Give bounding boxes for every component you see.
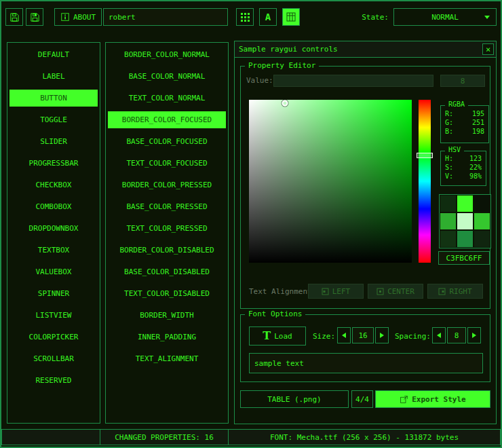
- controls-list-item[interactable]: DROPDOWNBOX: [9, 220, 98, 237]
- hue-slider-cursor[interactable]: [417, 153, 433, 158]
- state-dropdown-value: NORMAL: [431, 13, 459, 22]
- state-dropdown[interactable]: NORMAL: [393, 8, 497, 26]
- controls-list-item[interactable]: LABEL: [9, 68, 98, 85]
- style-name-input[interactable]: [103, 8, 228, 26]
- controls-list-item[interactable]: LISTVIEW: [9, 307, 98, 324]
- palette-swatch[interactable]: [457, 195, 473, 212]
- color-palette-grid: [439, 194, 491, 248]
- align-center-button: CENTER: [368, 284, 423, 299]
- properties-list-item[interactable]: TEXT_COLOR_PRESSED: [108, 220, 226, 237]
- font-options-group-label: Font Options: [245, 310, 305, 318]
- font-load-button[interactable]: T Load: [249, 326, 306, 346]
- dropdown-arrow-icon: [484, 16, 490, 19]
- properties-list-item[interactable]: TEXT_COLOR_NORMAL: [108, 90, 226, 107]
- info-icon: [60, 12, 70, 22]
- status-font-info: FONT: Mecha.ttf (256 x 256) - 131872 byt…: [228, 429, 501, 445]
- grid-view-button[interactable]: [236, 8, 254, 26]
- palette-swatch[interactable]: [474, 231, 490, 247]
- controls-list-item[interactable]: COMBOBOX: [9, 198, 98, 215]
- properties-list-item[interactable]: TEXT_ALIGNMENT: [108, 350, 226, 367]
- controls-list-item[interactable]: RESERVED: [9, 372, 98, 389]
- rgba-group-label: RGBA: [445, 100, 468, 108]
- palette-swatch[interactable]: [457, 213, 473, 229]
- size-label: Size:: [313, 332, 335, 341]
- export-format-dropdown[interactable]: TABLE (.png): [240, 390, 349, 408]
- color-picker-cursor[interactable]: [282, 100, 288, 106]
- property-editor-group-label: Property Editor: [245, 61, 319, 70]
- rgba-group: RGBA R:195 G:251 B:198: [440, 105, 489, 143]
- properties-list-item[interactable]: BASE_COLOR_FOCUSED: [108, 133, 226, 150]
- palette-swatch[interactable]: [440, 231, 456, 247]
- size-value-box[interactable]: 16: [352, 327, 374, 343]
- left-arrow-icon: [342, 333, 346, 338]
- align-left-label: LEFT: [332, 287, 351, 296]
- align-right-button: RIGHT: [427, 284, 483, 299]
- palette-swatch[interactable]: [440, 195, 456, 212]
- right-arrow-icon: [472, 333, 476, 338]
- load-style-button[interactable]: [5, 8, 23, 26]
- hue-value: 123: [469, 155, 482, 162]
- palette-swatch[interactable]: [457, 231, 473, 247]
- properties-list-item[interactable]: BORDER_COLOR_PRESSED: [108, 176, 226, 193]
- hsv-sat-row: S:22%: [441, 163, 486, 172]
- sample-controls-window: Sample raygui controls × Property Editor…: [234, 41, 497, 424]
- controls-list-item[interactable]: PROGRESSBAR: [9, 155, 98, 172]
- font-view-button[interactable]: A: [259, 8, 277, 26]
- color-picker-area[interactable]: [249, 100, 412, 263]
- properties-list-item[interactable]: BORDER_COLOR_NORMAL: [108, 46, 226, 63]
- controls-list-item[interactable]: SLIDER: [9, 133, 98, 150]
- controls-list-item[interactable]: SCROLLBAR: [9, 350, 98, 367]
- controls-list-item[interactable]: SPINNER: [9, 285, 98, 302]
- hue-slider[interactable]: [419, 100, 431, 263]
- controls-list-item-selected[interactable]: BUTTON: [9, 90, 98, 107]
- saturation-value: 22%: [469, 164, 482, 171]
- right-arrow-icon: [380, 333, 384, 338]
- properties-list-item[interactable]: BASE_COLOR_PRESSED: [108, 198, 226, 215]
- properties-list-item[interactable]: BASE_COLOR_DISABLED: [108, 263, 226, 280]
- left-arrow-icon: [437, 333, 441, 338]
- palette-swatch[interactable]: [474, 213, 490, 229]
- about-button[interactable]: ABOUT: [54, 8, 102, 26]
- about-button-label: ABOUT: [73, 13, 96, 22]
- text-alignment-label: Text Alignment: [249, 287, 312, 296]
- rgba-green-row: G:251: [441, 118, 488, 127]
- rguistyler-window: ABOUT A State: NORMAL DEFAULT LABEL BUTT…: [0, 0, 502, 448]
- controls-list-item[interactable]: COLORPICKER: [9, 329, 98, 346]
- spacing-increase-button[interactable]: [467, 327, 481, 343]
- properties-list-item[interactable]: BORDER_COLOR_DISABLED: [108, 242, 226, 259]
- controls-list: DEFAULT LABEL BUTTON TOGGLE SLIDER PROGR…: [7, 42, 100, 424]
- table-view-button[interactable]: [282, 8, 300, 26]
- spacing-decrease-button[interactable]: [432, 327, 446, 343]
- controls-list-item[interactable]: DEFAULT: [9, 46, 98, 63]
- palette-swatch[interactable]: [440, 213, 456, 229]
- close-button[interactable]: ×: [482, 43, 494, 55]
- align-right-label: RIGHT: [449, 287, 471, 296]
- font-options-group: Font Options T Load Size: 16 Spacing: 8: [240, 314, 490, 382]
- property-editor-group: Property Editor Value: 8 RGBA R:195 G:25…: [240, 66, 490, 309]
- sample-text-input[interactable]: [249, 353, 483, 373]
- properties-list-item[interactable]: BORDER_WIDTH: [108, 307, 226, 324]
- properties-list-item[interactable]: BASE_COLOR_NORMAL: [108, 68, 226, 85]
- properties-list-item[interactable]: INNER_PADDING: [108, 329, 226, 346]
- hex-color-input[interactable]: C3FBC6FF: [438, 251, 490, 265]
- palette-swatch[interactable]: [474, 195, 490, 212]
- properties-list-item[interactable]: TEXT_COLOR_DISABLED: [108, 285, 226, 302]
- save-style-button[interactable]: [26, 8, 43, 26]
- size-increase-button[interactable]: [375, 327, 389, 343]
- controls-list-item[interactable]: TEXTBOX: [9, 242, 98, 259]
- controls-list-item[interactable]: VALUEBOX: [9, 263, 98, 280]
- pages-value-box[interactable]: 4/4: [351, 390, 373, 408]
- properties-list-item-selected[interactable]: BORDER_COLOR_FOCUSED: [108, 111, 226, 128]
- spacing-value-box[interactable]: 8: [447, 327, 466, 343]
- properties-list-item[interactable]: TEXT_COLOR_FOCUSED: [108, 155, 226, 172]
- export-style-label: Export Style: [412, 395, 465, 404]
- window-titlebar[interactable]: Sample raygui controls: [235, 41, 496, 58]
- size-decrease-button[interactable]: [337, 327, 351, 343]
- controls-list-item[interactable]: CHECKBOX: [9, 176, 98, 193]
- window-title: Sample raygui controls: [239, 45, 338, 54]
- grid-icon: [241, 13, 250, 22]
- controls-list-item[interactable]: TOGGLE: [9, 111, 98, 128]
- export-style-button[interactable]: Export Style: [375, 390, 490, 408]
- letter-A-icon: A: [265, 12, 271, 22]
- rgba-red-row: R:195: [441, 109, 488, 118]
